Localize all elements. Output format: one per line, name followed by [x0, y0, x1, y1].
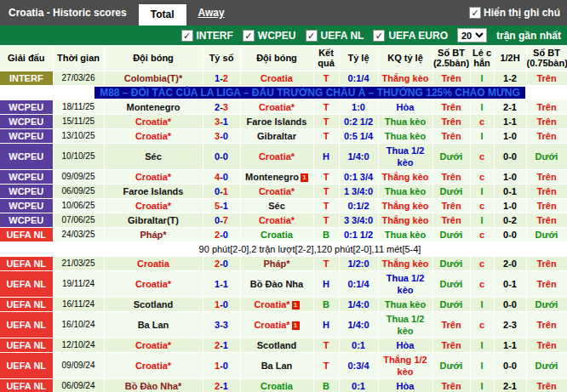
checkbox-icon[interactable]: ✓	[243, 30, 255, 42]
result-letter: B	[313, 379, 339, 392]
over-under-0-75: Trên	[526, 115, 567, 129]
away-team[interactable]: Croatia*	[240, 144, 313, 170]
handicap-result: Thua kèo	[378, 228, 432, 242]
home-team[interactable]: Croatia*	[104, 271, 203, 298]
over-under-0-75: Trên	[526, 185, 567, 199]
home-team[interactable]: Colombia(T)*	[104, 71, 203, 86]
over-under-2-5: Trên	[432, 170, 470, 185]
away-team[interactable]: Croatia	[240, 71, 313, 86]
handicap-result: Thắng kèo	[378, 199, 432, 213]
filter-interf[interactable]: ✓INTERF	[181, 30, 233, 42]
handicap-result: Hòa	[378, 100, 432, 115]
tab-away[interactable]: Away	[198, 7, 225, 19]
away-team[interactable]: Croatia*	[240, 213, 313, 228]
result-letter: B	[313, 228, 339, 242]
league-badge: WCPEU	[0, 129, 53, 144]
home-team[interactable]: Croatia*	[104, 115, 203, 129]
home-team[interactable]: Croatia	[104, 257, 203, 271]
home-team[interactable]: Gibraltar(T)	[104, 213, 203, 228]
away-team[interactable]: Faroe Islands	[240, 115, 313, 129]
home-team[interactable]: Bồ Đào Nha*	[104, 379, 203, 392]
home-team[interactable]: Pháp*	[104, 228, 203, 242]
half-time-score: 2-0	[494, 257, 526, 271]
match-date: 19/11/24	[53, 271, 104, 298]
checkbox-icon[interactable]: ✓	[306, 30, 318, 42]
over-under-2-5: Trên	[432, 379, 470, 392]
home-team[interactable]: Croatia*	[104, 353, 203, 379]
column-header-5: Kết quả	[313, 45, 339, 71]
ad-banner-link[interactable]: M88 – ĐỐI TÁC CỦA LA LIGA – ĐẤU TRƯỜNG C…	[94, 87, 525, 99]
match-date: 09/09/25	[53, 170, 104, 185]
over-under-0-75: Trên	[526, 213, 567, 228]
checkbox-icon[interactable]: ✓	[181, 30, 193, 42]
home-team[interactable]: Faroe Islands	[104, 185, 203, 199]
half-time-score: 0-1	[494, 185, 526, 199]
over-under-2-5: Trên	[432, 213, 470, 228]
home-team[interactable]: Croatia*	[104, 338, 203, 353]
odd-even: c	[470, 170, 494, 185]
home-team[interactable]: Séc	[104, 144, 203, 170]
home-team[interactable]: Ba Lan	[104, 312, 203, 338]
column-header-7: KQ tỷ lệ	[378, 45, 432, 71]
handicap-result: Thua 1/2 kèo	[378, 271, 432, 298]
tab-total[interactable]: Total	[139, 4, 186, 26]
checkbox-icon[interactable]: ✓	[373, 30, 385, 42]
filter-wcpeu[interactable]: ✓WCPEU	[243, 30, 296, 42]
handicap-result: Thua kèo	[378, 298, 432, 312]
away-team[interactable]: Pháp*	[240, 257, 313, 271]
away-team[interactable]: Croatia*	[240, 100, 313, 115]
away-team[interactable]: Montenegro1	[240, 170, 313, 185]
over-under-0-75: Trên	[526, 100, 567, 115]
match-date: 06/09/24	[53, 379, 104, 392]
result-letter: H	[313, 312, 339, 338]
home-team[interactable]: Croatia*	[104, 129, 203, 144]
match-date: 12/10/24	[53, 338, 104, 353]
away-team[interactable]: Gibraltar	[240, 129, 313, 144]
away-team[interactable]: Croatia*	[240, 185, 313, 199]
handicap-result: Thua kèo	[378, 115, 432, 129]
away-team[interactable]: Croatia	[240, 379, 313, 392]
away-team[interactable]: Ba Lan	[240, 353, 313, 379]
away-team[interactable]: Croatia*1	[240, 298, 313, 312]
score: 2-0	[203, 228, 240, 242]
over-under-2-5: Dưới	[432, 353, 470, 379]
match-date: 06/09/25	[53, 185, 104, 199]
match-date: 09/09/24	[53, 353, 104, 379]
match-count-select[interactable]: 20	[457, 28, 487, 43]
table-row: WCPEU13/10/25Croatia*3-0GibraltarT0:5 1/…	[0, 129, 567, 144]
show-notes-checkbox-icon[interactable]: ✓	[469, 7, 481, 19]
show-notes-toggle[interactable]: ✓ Hiển thị ghi chú	[469, 7, 567, 19]
half-time-score: 0-0	[494, 298, 526, 312]
table-header-row: Giải đấuThời gianĐội bóngTỷ sốĐội bóngKế…	[0, 45, 567, 71]
over-under-2-5: Dưới	[432, 185, 470, 199]
away-team[interactable]: Bồ Đào Nha	[240, 271, 313, 298]
home-team[interactable]: Scotland	[104, 298, 203, 312]
league-badge: WCPEU	[0, 144, 53, 170]
handicap-odds: 1:0	[339, 100, 378, 115]
over-under-0-75: Trên	[526, 338, 567, 353]
odd-even: l	[470, 213, 494, 228]
away-team[interactable]: Croatia	[240, 228, 313, 242]
league-badge: UEFA NL	[0, 379, 53, 392]
league-badge: UEFA NL	[0, 271, 53, 298]
match-count-suffix-label: trận gần nhất	[496, 30, 561, 42]
handicap-odds: 1/4:0	[339, 144, 378, 170]
top-tab-bar: Croatia - Historic scores Total Away ✓ H…	[0, 0, 567, 26]
result-letter: T	[313, 185, 339, 199]
result-letter: H	[313, 271, 339, 298]
filter-uefa-euro[interactable]: ✓UEFA EURO	[373, 30, 448, 42]
odd-even: l	[470, 100, 494, 115]
handicap-result: Thắng kèo	[378, 170, 432, 185]
over-under-0-75: Dưới	[526, 298, 567, 312]
away-team[interactable]: Scotland	[240, 338, 313, 353]
away-team[interactable]: Croatia*1	[240, 312, 313, 338]
table-row: WCPEU10/06/25Croatia*5-1SécT0:1/2Thắng k…	[0, 199, 567, 213]
home-team[interactable]: Croatia*	[104, 170, 203, 185]
over-under-0-75: Trên	[526, 257, 567, 271]
odd-even: l	[470, 338, 494, 353]
away-team[interactable]: Séc	[240, 199, 313, 213]
filter-uefa-nl[interactable]: ✓UEFA NL	[306, 30, 364, 42]
home-team[interactable]: Croatia*	[104, 199, 203, 213]
score: 2-1	[203, 379, 240, 392]
home-team[interactable]: Montenegro	[104, 100, 203, 115]
